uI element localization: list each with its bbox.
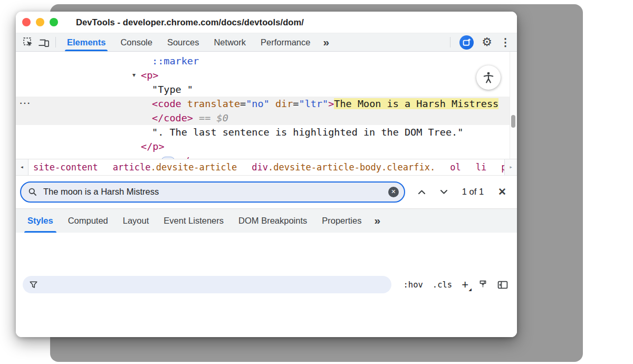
- tree-token-tag: </p>: [178, 155, 202, 159]
- tab-network[interactable]: Network: [206, 33, 253, 51]
- settings-gear-icon[interactable]: ⚙: [482, 36, 492, 48]
- zoom-window-button[interactable]: [50, 18, 58, 26]
- tree-scrollbar-track: [510, 52, 517, 159]
- search-input[interactable]: [42, 186, 388, 197]
- breadcrumb-token-tag: ol: [450, 162, 461, 173]
- ai-assistant-button[interactable]: [459, 35, 474, 50]
- breadcrumb-scroll-right-button[interactable]: ▸: [504, 159, 517, 175]
- next-result-icon[interactable]: [440, 189, 448, 195]
- close-search-icon[interactable]: ✕: [498, 186, 506, 198]
- breadcrumb-scroll-left-button[interactable]: ◂: [16, 159, 28, 175]
- sidebar-tab-dom-breakpoints[interactable]: DOM Breakpoints: [231, 209, 314, 233]
- ai-assistant-icon: [459, 35, 474, 50]
- sidebar-tab-event-listeners[interactable]: Event Listeners: [156, 209, 231, 233]
- tree-token-tag: </p>: [141, 141, 165, 152]
- accessibility-person-icon: [482, 71, 495, 84]
- disclosure-down-icon[interactable]: ▾: [132, 68, 136, 82]
- close-window-button[interactable]: [22, 18, 31, 26]
- tree-token-tag: >: [328, 98, 334, 109]
- breadcrumb-item[interactable]: li: [472, 159, 490, 175]
- breadcrumb-bar: ◂ site-contentarticle.devsite-articlediv…: [16, 159, 517, 175]
- devtools-window: DevTools - developer.chrome.com/docs/dev…: [16, 12, 517, 337]
- minimize-window-button[interactable]: [36, 18, 44, 26]
- breadcrumb-item[interactable]: div.devsite-article-body.clearfix.: [248, 159, 439, 175]
- breadcrumb-item[interactable]: article.devsite-article: [109, 159, 241, 175]
- tree-token-gray: ==: [193, 112, 217, 123]
- chevron-right-icon: ▸: [509, 164, 513, 170]
- tree-token-tag: <p>: [141, 70, 158, 81]
- tab-sources[interactable]: Sources: [160, 33, 207, 51]
- sidebar-tab-bar: StylesComputedLayoutEvent ListenersDOM B…: [16, 208, 517, 233]
- clear-search-icon[interactable]: ✕: [388, 187, 399, 197]
- new-style-rule-button[interactable]: +◢: [462, 279, 468, 291]
- accessibility-overlay-button[interactable]: [476, 65, 501, 90]
- chevron-left-icon: ◂: [20, 164, 24, 170]
- tab-performance[interactable]: Performance: [253, 33, 318, 51]
- sidebar-tab-layout[interactable]: Layout: [116, 209, 157, 233]
- inline-expand-icon[interactable]: ⋯: [161, 157, 175, 159]
- toolbar-divider: [450, 37, 450, 47]
- disclosure-right-icon[interactable]: ▸: [132, 154, 136, 159]
- dom-tree-row[interactable]: "Type ": [16, 82, 517, 97]
- element-classes-button[interactable]: .cls: [433, 280, 452, 290]
- dom-tree-row[interactable]: ". The last sentence is highlighted in t…: [16, 125, 517, 139]
- search-field[interactable]: ✕: [20, 181, 405, 203]
- panel-tabs: ElementsConsoleSourcesNetworkPerformance: [60, 33, 318, 51]
- breadcrumb-item[interactable]: site-content: [30, 159, 102, 175]
- sidebar-tab-computed[interactable]: Computed: [61, 209, 116, 233]
- dom-tree-row[interactable]: </p>: [16, 139, 517, 154]
- toolbar-divider: [55, 37, 56, 47]
- corner-triangle-icon: ◢: [469, 288, 472, 291]
- dom-tree-row[interactable]: ▾<p>: [16, 68, 517, 82]
- dom-tree-row[interactable]: •••<code translate="no" dir="ltr">The Mo…: [16, 97, 517, 111]
- dom-tree-row[interactable]: </code> == $0: [16, 111, 517, 125]
- styles-filter-field[interactable]: [23, 276, 391, 293]
- collapse-panel-icon[interactable]: [497, 281, 508, 289]
- tree-token-tag: <p>: [141, 155, 158, 159]
- dom-tree-row[interactable]: ::marker: [16, 54, 517, 68]
- tree-token-txt: ". The last sentence is highlighted in t…: [152, 127, 463, 138]
- tree-token-hl: The Moon is a Harsh Mistress: [334, 98, 498, 109]
- sidebar-tabs: StylesComputedLayoutEvent ListenersDOM B…: [20, 209, 369, 233]
- inspect-element-button[interactable]: [20, 35, 36, 50]
- dom-tree: ::marker▾<p>"Type "•••<code translate="n…: [16, 52, 517, 159]
- tree-token-txt: "Type ": [152, 84, 193, 95]
- styles-filter-input[interactable]: [42, 280, 385, 290]
- more-panels-icon[interactable]: »: [318, 33, 334, 51]
- device-toolbar-icon: [38, 37, 50, 47]
- tree-token-pun: =: [293, 98, 299, 109]
- styles-pane-controls: :hov .cls +◢: [403, 279, 508, 291]
- dom-tree-row[interactable]: ▸<p>⋯</p>: [16, 154, 517, 159]
- breadcrumb-token-cls: .devsite-article: [150, 162, 237, 173]
- tree-token-attr: dir: [270, 98, 293, 109]
- breadcrumb-item[interactable]: p: [497, 159, 504, 175]
- styles-filter-bar: :hov .cls +◢: [16, 233, 517, 338]
- tree-token-val: "ltr": [299, 98, 329, 109]
- breadcrumb-token-tag: li: [476, 162, 486, 173]
- breadcrumb-token-tag: site-content: [33, 162, 98, 173]
- breadcrumb-token-tag: div: [252, 162, 268, 173]
- title-bar: DevTools - developer.chrome.com/docs/dev…: [16, 12, 517, 33]
- main-tab-bar: ElementsConsoleSourcesNetworkPerformance…: [16, 33, 517, 52]
- breadcrumb-token-tag: article: [113, 162, 151, 173]
- sidebar-tab-styles[interactable]: Styles: [20, 209, 61, 233]
- previous-result-icon[interactable]: [418, 189, 426, 195]
- window-title: DevTools - developer.chrome.com/docs/dev…: [76, 17, 304, 27]
- breadcrumb-token-cls: .devsite-article-body.clearfix.: [268, 162, 435, 173]
- search-icon: [28, 187, 37, 197]
- toolbar-right-controls: ⚙ ⋮: [449, 33, 511, 51]
- tree-token-pseudo: ::marker: [152, 55, 199, 66]
- tab-elements[interactable]: Elements: [60, 33, 113, 51]
- more-sidebar-tabs-icon[interactable]: »: [369, 209, 386, 233]
- tree-scrollbar-thumb[interactable]: [511, 115, 515, 128]
- kebab-menu-icon[interactable]: ⋮: [500, 37, 511, 47]
- sidebar-tab-properties[interactable]: Properties: [314, 209, 369, 233]
- rendering-brush-icon[interactable]: [478, 280, 488, 290]
- tree-token-val: "no": [246, 98, 270, 109]
- toggle-device-toolbar-button[interactable]: [36, 35, 52, 50]
- tab-console[interactable]: Console: [113, 33, 160, 51]
- breadcrumb: site-contentarticle.devsite-articlediv.d…: [28, 159, 504, 175]
- search-result-counter: 1 of 1: [462, 187, 484, 197]
- toggle-element-state-button[interactable]: :hov: [403, 280, 423, 290]
- breadcrumb-item[interactable]: ol: [446, 159, 464, 175]
